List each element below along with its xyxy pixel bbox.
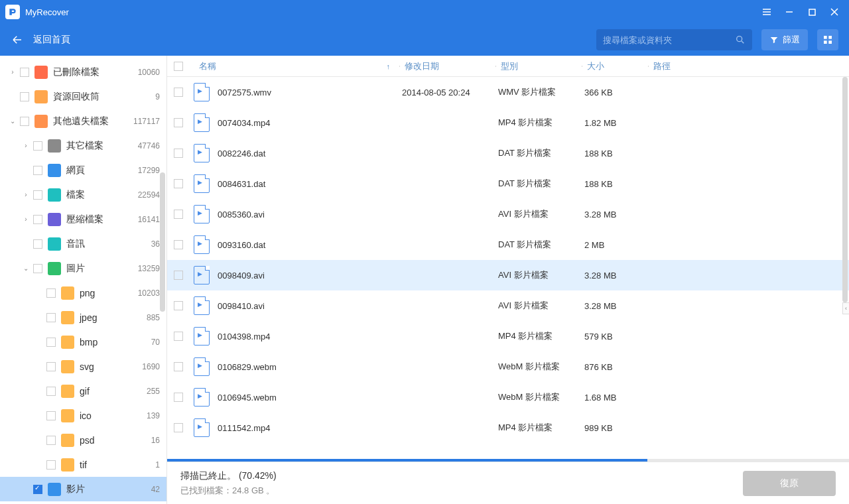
maximize-icon[interactable] — [807, 7, 817, 17]
row-checkbox[interactable] — [174, 362, 183, 371]
sidebar-item[interactable]: ⌄圖片13259 — [0, 256, 166, 281]
search-icon[interactable] — [735, 34, 746, 45]
row-checkbox[interactable] — [174, 332, 183, 341]
table-row[interactable]: 0093160.datDAT 影片檔案2 MB — [167, 229, 849, 260]
tree-label: 圖片 — [66, 263, 136, 275]
tree-checkbox[interactable] — [33, 485, 42, 494]
column-size[interactable]: 大小 — [582, 60, 648, 72]
tree-count: 1 — [136, 460, 160, 470]
svg-rect-5 — [828, 40, 832, 44]
row-checkbox[interactable] — [174, 210, 183, 219]
tree-checkbox[interactable] — [46, 387, 56, 396]
sidebar-scrollbar[interactable] — [160, 172, 165, 312]
table-row[interactable]: 0084631.datDAT 影片檔案188 KB — [167, 168, 849, 199]
sidebar-item[interactable]: ›網頁17299 — [0, 158, 166, 182]
sidebar-item[interactable]: ⌄其他遺失檔案117117 — [0, 109, 166, 133]
tree-checkbox[interactable] — [46, 338, 56, 347]
chevron-icon[interactable]: ⌄ — [21, 265, 31, 272]
progress-fill — [167, 459, 647, 462]
search-box[interactable] — [596, 29, 752, 50]
sidebar-item[interactable]: ›檔案22594 — [0, 182, 166, 207]
column-path[interactable]: 路徑 — [648, 60, 849, 72]
cell-size: 3.28 MB — [584, 271, 651, 281]
sidebar-item[interactable]: ›音訊36 — [0, 231, 166, 256]
tree-checkbox[interactable] — [46, 313, 56, 322]
tree-checkbox[interactable] — [20, 117, 29, 126]
cell-size: 579 KB — [584, 332, 651, 342]
table-row[interactable]: 0074034.mp4MP4 影片檔案1.82 MB — [167, 107, 849, 138]
tree-checkbox[interactable] — [20, 92, 29, 101]
row-checkbox[interactable] — [174, 149, 183, 158]
sidebar-item[interactable]: ›ico139 — [0, 403, 166, 428]
row-checkbox[interactable] — [174, 423, 183, 432]
column-type[interactable]: 型別 — [495, 60, 582, 72]
sort-asc-icon: ↑ — [387, 62, 391, 70]
minimize-icon[interactable] — [784, 7, 795, 17]
chevron-icon[interactable]: › — [8, 68, 17, 76]
sidebar-item[interactable]: ›已刪除檔案10060 — [0, 60, 166, 84]
sidebar-item[interactable]: ›jpeg885 — [0, 305, 166, 330]
tree-checkbox[interactable] — [33, 215, 42, 224]
table-row[interactable]: 0106829.webmWebM 影片檔案876 KB — [167, 351, 849, 382]
tree-checkbox[interactable] — [20, 68, 29, 77]
table-row[interactable]: 0111542.mp4MP4 影片檔案989 KB — [167, 412, 849, 443]
tree-checkbox[interactable] — [33, 141, 42, 151]
tree-checkbox[interactable] — [33, 264, 42, 273]
sidebar-item[interactable]: ›tif1 — [0, 452, 166, 477]
tree-checkbox[interactable] — [46, 436, 56, 445]
table-row[interactable]: 0106945.webmWebM 影片檔案1.68 MB — [167, 382, 849, 412]
select-all-checkbox[interactable] — [174, 62, 183, 71]
table-row[interactable]: 0082246.datDAT 影片檔案188 KB — [167, 138, 849, 168]
table-row[interactable]: 0104398.mp4MP4 影片檔案579 KB — [167, 321, 849, 351]
tree-checkbox[interactable] — [46, 288, 56, 298]
sidebar-item[interactable]: ›影片42 — [0, 477, 166, 501]
menu-icon[interactable] — [761, 7, 772, 17]
filter-button[interactable]: 篩選 — [761, 29, 808, 50]
chevron-icon[interactable]: › — [21, 191, 31, 198]
tree-checkbox[interactable] — [46, 362, 56, 371]
category-icon — [48, 237, 61, 251]
row-checkbox[interactable] — [174, 240, 183, 249]
table-scrollbar[interactable] — [842, 77, 848, 302]
row-checkbox[interactable] — [174, 88, 183, 97]
column-date[interactable]: 修改日期 — [399, 60, 495, 72]
view-toggle-button[interactable] — [817, 29, 838, 50]
search-input[interactable] — [603, 35, 735, 45]
tree-checkbox[interactable] — [33, 166, 42, 175]
cell-size: 1.82 MB — [584, 118, 651, 128]
sidebar-item[interactable]: ›svg1690 — [0, 354, 166, 379]
back-button[interactable] — [11, 33, 24, 46]
chevron-icon[interactable]: › — [21, 142, 31, 149]
close-icon[interactable] — [829, 7, 840, 17]
row-checkbox[interactable] — [174, 118, 183, 127]
chevron-icon[interactable]: › — [21, 216, 31, 223]
app-title: MyRecover — [25, 7, 761, 17]
sidebar-item[interactable]: ›壓縮檔案16141 — [0, 207, 166, 231]
row-checkbox[interactable] — [174, 179, 183, 188]
row-checkbox[interactable] — [174, 271, 183, 280]
table-row[interactable]: 0098410.aviAVI 影片檔案3.28 MB — [167, 290, 849, 321]
tree-checkbox[interactable] — [46, 411, 56, 420]
sidebar-item[interactable]: ›資源回收筒9 — [0, 84, 166, 109]
row-checkbox[interactable] — [174, 393, 183, 402]
sidebar-item[interactable]: ›其它檔案47746 — [0, 133, 166, 158]
sidebar-item[interactable]: ›gif255 — [0, 379, 166, 403]
column-name[interactable]: 名稱↑ — [194, 60, 399, 72]
tree-label: 檔案 — [66, 189, 136, 201]
scan-status: 掃描已終止。 (70.42%) — [180, 470, 743, 482]
tree-checkbox[interactable] — [33, 239, 42, 249]
tree-checkbox[interactable] — [46, 460, 56, 470]
table-row[interactable]: 0085360.aviAVI 影片檔案3.28 MB — [167, 199, 849, 229]
cell-date: 2014-08-05 20:24 — [402, 88, 498, 97]
sidebar-item[interactable]: ›psd16 — [0, 428, 166, 452]
row-checkbox[interactable] — [174, 301, 183, 310]
sidebar-item[interactable]: ›png10203 — [0, 281, 166, 305]
tree-label: bmp — [80, 337, 136, 347]
recover-button[interactable]: 復原 — [743, 471, 836, 496]
tree-checkbox[interactable] — [33, 190, 42, 200]
collapse-panel-icon[interactable]: ‹ — [842, 302, 849, 314]
table-row[interactable]: 0072575.wmv2014-08-05 20:24WMV 影片檔案366 K… — [167, 77, 849, 107]
sidebar-item[interactable]: ›bmp70 — [0, 330, 166, 354]
chevron-icon[interactable]: ⌄ — [8, 117, 17, 125]
table-row[interactable]: 0098409.aviAVI 影片檔案3.28 MB — [167, 260, 849, 290]
